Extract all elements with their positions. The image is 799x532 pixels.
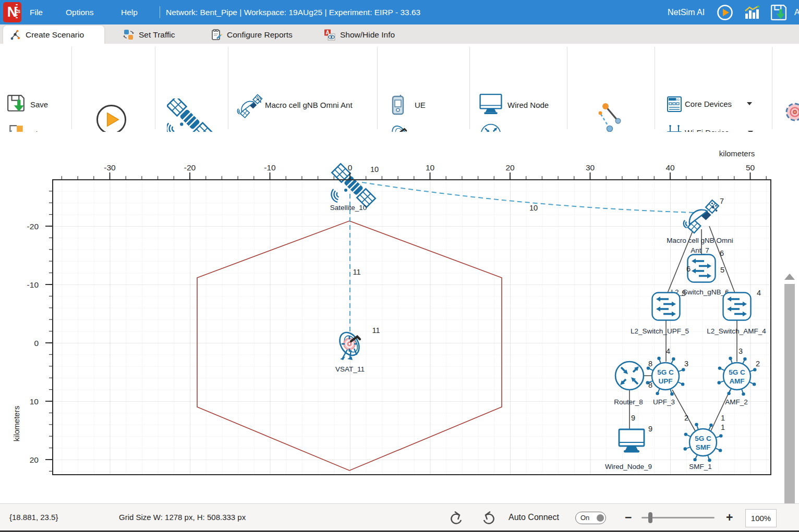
zoom-out-button[interactable]: − bbox=[625, 510, 632, 525]
svg-text:Macro cell gNB Omni: Macro cell gNB Omni bbox=[667, 237, 733, 244]
status-bar: {18.881, 23.5} Grid Size W: 1278 px, H: … bbox=[0, 503, 799, 532]
svg-text:-20: -20 bbox=[27, 222, 39, 231]
links-tool-icon[interactable] bbox=[594, 103, 626, 136]
run-simulation-button[interactable] bbox=[95, 104, 127, 135]
link-id-label: 8 bbox=[648, 381, 652, 389]
scroll-up-icon[interactable] bbox=[784, 274, 795, 280]
svg-text:0: 0 bbox=[348, 163, 353, 172]
svg-text:5G C: 5G C bbox=[729, 368, 745, 376]
link-id-label: 5 bbox=[682, 289, 686, 298]
axis-unit-top: kilometers bbox=[719, 149, 755, 158]
svg-text:AMF_2: AMF_2 bbox=[725, 398, 748, 406]
vertical-scroll-thumb[interactable] bbox=[784, 284, 795, 532]
results-chart-icon[interactable] bbox=[745, 6, 759, 19]
svg-text:VSAT_11: VSAT_11 bbox=[335, 365, 365, 373]
tab-show-hide-info[interactable]: A Show/Hide Info bbox=[317, 26, 402, 44]
svg-text:5G: 5G bbox=[675, 98, 680, 101]
ue-tool-label[interactable]: UE bbox=[415, 101, 426, 109]
axis-unit-left: kilometers bbox=[12, 406, 21, 441]
svg-text:SMF: SMF bbox=[696, 443, 711, 451]
macro-gnb-tool-label[interactable]: Macro cell gNB Omni Ant bbox=[265, 101, 373, 109]
link-id-label: 2 bbox=[684, 414, 688, 422]
show-hide-info-icon: A bbox=[324, 29, 335, 41]
tab-label: Set Traffic bbox=[139, 30, 175, 40]
link-id-label: 10 bbox=[370, 165, 379, 174]
ai-play-icon[interactable] bbox=[717, 4, 733, 21]
netsim-window: N S File Options Help Network: Bent_Pipe… bbox=[0, 0, 799, 532]
link-id-label: 6 bbox=[720, 249, 724, 257]
redo-icon[interactable] bbox=[481, 511, 497, 525]
link-id-label: 4 bbox=[666, 347, 670, 355]
link-id-label: 3 bbox=[739, 347, 743, 355]
svg-text:20: 20 bbox=[30, 455, 39, 464]
router-8[interactable]: Router_8 bbox=[614, 362, 644, 406]
core-devices-label[interactable]: Core Devices bbox=[685, 100, 738, 108]
link-id-label: 3 bbox=[684, 360, 688, 368]
toggle-knob[interactable] bbox=[597, 514, 604, 522]
menu-options[interactable]: Options bbox=[66, 0, 93, 24]
link-id-label: 2 bbox=[756, 360, 760, 368]
save-button[interactable]: Save bbox=[30, 100, 48, 109]
svg-text:Ant_7: Ant_7 bbox=[691, 246, 709, 254]
svg-text:UPF_3: UPF_3 bbox=[653, 398, 675, 406]
zoom-in-button[interactable]: + bbox=[726, 510, 733, 525]
logo-sub-letter: S bbox=[17, 2, 20, 22]
cursor-coordinates: {18.881, 23.5} bbox=[9, 504, 58, 531]
macro-gnb-tool-icon[interactable] bbox=[235, 92, 265, 121]
svg-text:Router_8: Router_8 bbox=[614, 398, 643, 406]
svg-text:50: 50 bbox=[746, 163, 755, 172]
title-bar: N S File Options Help Network: Bent_Pipe… bbox=[0, 0, 799, 24]
toggle-state-label: On bbox=[580, 513, 589, 523]
svg-text:5G C: 5G C bbox=[657, 368, 674, 376]
zoom-slider-thumb[interactable] bbox=[648, 512, 652, 523]
svg-text:20: 20 bbox=[505, 163, 515, 172]
svg-text:UPF: UPF bbox=[659, 377, 673, 385]
svg-text:5G C: 5G C bbox=[695, 435, 711, 442]
topology-svg[interactable]: Satellite_10 Macro cell gNB OmniAnt_7 L2… bbox=[0, 132, 799, 503]
link-id-label: 9 bbox=[648, 425, 652, 433]
save-icon[interactable] bbox=[7, 94, 26, 114]
svg-text:10: 10 bbox=[426, 163, 435, 172]
scenario-canvas[interactable]: Satellite_10 Macro cell gNB OmniAnt_7 L2… bbox=[0, 132, 799, 503]
experiment-info: Network: Bent_Pipe | Workspace: 19AUg25 … bbox=[166, 0, 420, 24]
link-id-label: 1 bbox=[721, 414, 725, 422]
menu-help[interactable]: Help bbox=[121, 0, 138, 24]
auto-connect-label: Auto Connect bbox=[509, 504, 559, 531]
zoom-level-value[interactable]: 100% bbox=[745, 509, 777, 527]
zoom-slider-track[interactable] bbox=[641, 517, 715, 518]
vertical-scrollbar[interactable] bbox=[783, 273, 797, 532]
auto-connect-toggle[interactable]: On bbox=[575, 512, 606, 524]
svg-text:-30: -30 bbox=[104, 163, 116, 172]
svg-text:Wired_Node_9: Wired_Node_9 bbox=[605, 463, 652, 471]
netsim-ai-label[interactable]: NetSim AI bbox=[668, 0, 705, 24]
ribbon-tab-bar: Create Scenario Set Traffic bbox=[0, 24, 799, 44]
wired-node-tool-icon[interactable] bbox=[479, 94, 503, 118]
clipped-label: A bbox=[794, 0, 799, 24]
svg-text:-10: -10 bbox=[264, 163, 276, 172]
core-devices-caret-icon[interactable] bbox=[747, 102, 752, 105]
link-id-label: 8 bbox=[648, 360, 652, 368]
titlebar-separator bbox=[160, 6, 160, 18]
svg-text:L2_Switch_AMF_4: L2_Switch_AMF_4 bbox=[707, 327, 766, 335]
svg-text:-20: -20 bbox=[184, 163, 196, 172]
svg-text:Satellite_10: Satellite_10 bbox=[330, 204, 367, 212]
tab-label: Show/Hide Info bbox=[340, 30, 395, 40]
core-devices-icon[interactable]: 5G bbox=[667, 96, 682, 113]
link-id-label: 10 bbox=[529, 204, 538, 212]
tab-create-scenario[interactable]: Create Scenario bbox=[3, 26, 104, 44]
wired-node-tool-label[interactable]: Wired Node bbox=[507, 101, 549, 109]
save-results-icon[interactable] bbox=[770, 4, 787, 21]
ue-tool-icon[interactable] bbox=[390, 95, 406, 116]
undo-icon[interactable] bbox=[449, 511, 464, 525]
tab-configure-reports[interactable]: Configure Reports bbox=[203, 26, 300, 44]
beam-tool-icon[interactable] bbox=[784, 101, 799, 123]
menu-file[interactable]: File bbox=[30, 0, 43, 24]
link-id-label: 4 bbox=[757, 289, 761, 297]
netsim-logo-icon: N S bbox=[3, 2, 21, 22]
svg-text:40: 40 bbox=[665, 163, 675, 172]
set-traffic-icon bbox=[123, 29, 134, 40]
svg-text:0: 0 bbox=[34, 339, 39, 348]
tab-set-traffic[interactable]: Set Traffic bbox=[116, 26, 183, 44]
svg-text:10: 10 bbox=[30, 397, 39, 406]
tab-label: Create Scenario bbox=[26, 30, 84, 40]
